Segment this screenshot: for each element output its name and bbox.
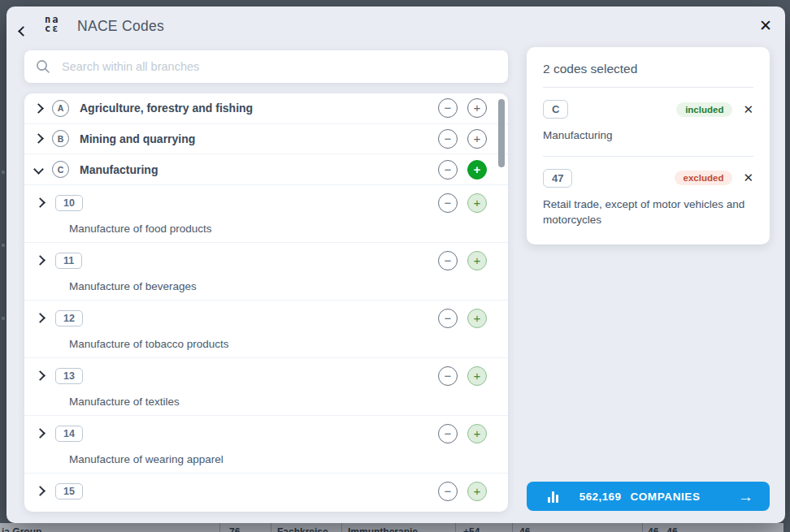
exclude-button[interactable]: − [438,482,458,501]
code-description: Manufacture of beverages [69,280,487,292]
exclude-button[interactable]: − [438,193,458,213]
code-description: Manufacture of tobacco products [69,338,487,350]
selected-codes-title: 2 codes selected [543,62,753,88]
include-button[interactable]: + [467,424,487,443]
dimmed-sidebar-icon [2,171,5,174]
chevron-right-icon[interactable] [35,371,46,382]
companies-button[interactable]: 562,169 COMPANIES → [527,482,770,511]
selected-item-retail: 47 excluded ✕ Retail trade, except of mo… [543,169,753,228]
exclude-button[interactable]: − [438,424,458,443]
selected-code-badge: C [543,100,568,119]
code-badge: 11 [55,253,82,269]
selected-codes-card: 2 codes selected C included ✕ Manufactur… [527,47,770,244]
selected-item-manufacturing: C included ✕ Manufacturing [543,100,753,157]
code-description: Manufacture of food products [69,223,487,235]
table-column-divider [455,523,456,532]
nace-logo-line: cε [45,24,59,33]
exclude-button[interactable]: − [438,309,458,328]
back-button[interactable] [20,24,37,41]
exclude-button[interactable]: − [438,251,458,270]
background-cell: Immuntherapie [348,526,418,532]
background-table-row: ia Group 76 Fachkreise Immuntherapie +54… [0,523,783,532]
close-icon[interactable]: ✕ [759,17,772,35]
tree-row-code-11[interactable]: 11 − + Manufacture of beverages [24,243,508,301]
code-badge: 13 [55,368,83,384]
dimmed-sidebar-icon [2,317,5,320]
section-label: Agriculture, forestry and fishing [80,102,253,115]
table-column-divider [219,523,220,532]
nace-logo: na cε [45,15,59,33]
nace-tree-panel: A Agriculture, forestry and fishing − + … [24,93,508,512]
selected-code-label: Manufacturing [543,128,753,144]
tree-row-code-14[interactable]: 14 − + Manufacture of wearing apparel [24,416,508,474]
background-cell: 76 [229,526,240,532]
included-status-badge: included [676,102,732,117]
include-button[interactable]: + [467,129,487,149]
section-label: Mining and quarrying [80,132,195,145]
code-badge: 15 [55,483,83,500]
chevron-right-icon[interactable] [33,134,44,145]
chevron-right-icon[interactable] [35,198,46,209]
table-column-divider [341,523,342,532]
remove-selection-icon[interactable]: ✕ [743,171,753,185]
tree-row-code-12[interactable]: 12 − + Manufacture of tobacco products [24,301,508,358]
search-icon [36,59,50,74]
dimmed-sidebar-icon [2,244,5,247]
chevron-right-icon[interactable] [35,487,46,497]
section-letter-badge: B [52,130,69,147]
exclude-button[interactable]: − [438,98,458,118]
table-column-divider [512,523,513,532]
modal-title: NACE Codes [77,18,164,35]
divider [543,156,753,157]
include-button[interactable]: + [467,482,487,501]
remove-selection-icon[interactable]: ✕ [743,102,753,117]
code-description: Manufacture of textiles [69,396,487,408]
code-badge: 14 [55,426,83,442]
bar-chart-icon [548,491,558,503]
tree-row-code-13[interactable]: 13 − + Manufacture of textiles [24,358,508,416]
excluded-status-badge: excluded [675,171,733,185]
background-cell: 46 . 46 [648,526,678,532]
tree-row-manufacturing[interactable]: C Manufacturing − + [24,154,508,185]
companies-count: 562,169 [579,491,622,503]
code-badge: 12 [55,310,83,327]
background-cell: 46 [519,526,530,532]
code-badge: 10 [55,195,83,211]
tree-row-code-15[interactable]: 15 − + [24,474,508,512]
exclude-button[interactable]: − [438,366,458,386]
exclude-button[interactable]: − [438,160,458,179]
selected-code-badge: 47 [543,169,572,188]
scrollbar-thumb[interactable] [498,99,505,167]
include-button[interactable]: + [467,98,487,118]
chevron-down-icon[interactable] [33,164,44,175]
section-letter-badge: C [52,161,69,178]
chevron-right-icon[interactable] [33,103,44,114]
code-description: Manufacture of wearing apparel [69,453,487,465]
include-button[interactable]: + [467,251,487,270]
chevron-right-icon[interactable] [35,314,46,324]
section-letter-badge: A [52,100,69,117]
background-cell: +54 [463,526,480,532]
tree-row-mining[interactable]: B Mining and quarrying − + [24,124,508,155]
selected-code-label: Retail trade, except of motor vehicles a… [543,197,753,228]
include-button-active[interactable]: + [467,160,487,179]
background-cell: ia Group [2,526,41,532]
search-bar [24,50,508,83]
chevron-right-icon[interactable] [35,256,46,266]
table-column-divider [642,523,643,532]
exclude-button[interactable]: − [438,129,458,149]
nace-codes-modal: na cε NACE Codes ✕ A Agriculture, forest… [7,6,785,523]
tree-row-agriculture[interactable]: A Agriculture, forestry and fishing − + [24,93,508,124]
tree-row-code-10[interactable]: 10 − + Manufacture of food products [24,185,508,243]
include-button[interactable]: + [467,193,487,213]
table-column-divider [271,523,271,532]
section-label: Manufacturing [80,163,158,176]
background-cell: Fachkreise [277,526,328,532]
chevron-left-icon [18,26,28,37]
include-button[interactable]: + [467,309,487,328]
companies-label: COMPANIES [630,491,700,503]
chevron-right-icon[interactable] [35,429,46,439]
search-input[interactable] [62,60,497,73]
include-button[interactable]: + [467,366,487,386]
arrow-right-icon: → [738,489,753,504]
